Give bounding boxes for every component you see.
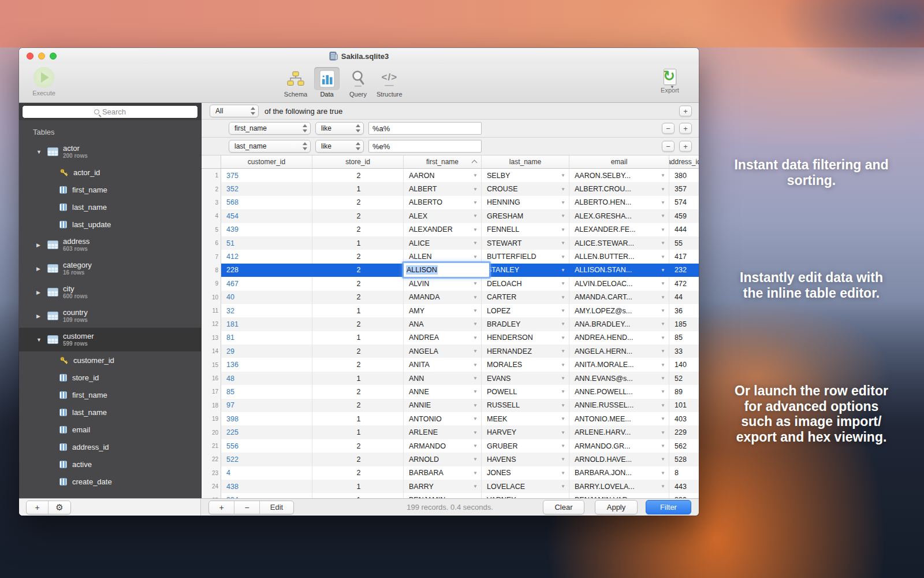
column-header-customer_id[interactable]: customer_id (221, 155, 312, 168)
cell-address_id[interactable]: 232 (669, 264, 699, 277)
cell-store_id[interactable]: 2 (312, 169, 404, 182)
cell-email[interactable]: ANN.EVANS@s...▼ (569, 372, 669, 385)
cell-customer_id[interactable]: 136 (221, 358, 312, 371)
dropdown-arrow-icon[interactable]: ▼ (471, 349, 478, 354)
table-row[interactable]: 11321AMY▼LOPEZ▼AMY.LOPEZ@s...▼36 (202, 304, 699, 317)
dropdown-arrow-icon[interactable]: ▼ (471, 389, 478, 394)
filter-value-input[interactable] (368, 140, 482, 153)
cell-address_id[interactable]: 33 (669, 344, 699, 358)
dropdown-arrow-icon[interactable]: ▼ (558, 484, 565, 489)
cell-address_id[interactable]: 55 (669, 236, 699, 250)
sidebar-column-last_name[interactable]: last_name (19, 403, 201, 421)
dropdown-arrow-icon[interactable]: ▼ (558, 376, 565, 381)
cell-store_id[interactable]: 2 (312, 385, 404, 398)
cell-first_name[interactable]: ALICE▼ (404, 236, 482, 250)
cell-customer_id[interactable]: 225 (221, 425, 312, 439)
cell-last_name[interactable]: RUSSELL▼ (482, 399, 569, 412)
sidebar-table-city[interactable]: ▶city600 rows (19, 280, 201, 304)
cell-email[interactable]: ALICE.STEWAR...▼ (569, 236, 669, 250)
table-row[interactable]: 35682ALBERTO▼HENNING▼ALBERTO.HEN...▼574 (202, 196, 699, 209)
dropdown-arrow-icon[interactable]: ▼ (558, 470, 565, 476)
cell-last_name[interactable]: MORALES▼ (482, 358, 569, 371)
cell-email[interactable]: ARLENE.HARV...▼ (569, 425, 669, 439)
dropdown-arrow-icon[interactable]: ▼ (658, 430, 665, 435)
dropdown-arrow-icon[interactable]: ▼ (471, 227, 478, 232)
dropdown-arrow-icon[interactable]: ▼ (471, 308, 478, 313)
cell-last_name[interactable]: HAVENS▼ (482, 453, 569, 466)
dropdown-arrow-icon[interactable]: ▼ (558, 308, 565, 313)
cell-customer_id[interactable]: 48 (221, 372, 312, 385)
dropdown-arrow-icon[interactable]: ▼ (558, 187, 565, 192)
cell-address_id[interactable]: 472 (669, 277, 699, 290)
cell-first_name[interactable]: ALVIN▼ (404, 277, 482, 290)
disclosure-triangle-icon[interactable]: ▶ (36, 242, 43, 248)
dropdown-arrow-icon[interactable]: ▼ (558, 403, 565, 408)
cell-last_name[interactable]: HENDERSON▼ (482, 331, 569, 344)
cell-email[interactable]: AARON.SELBY...▼ (569, 169, 669, 182)
dropdown-arrow-icon[interactable]: ▼ (471, 187, 478, 192)
column-header-first_name[interactable]: first_name (404, 155, 482, 168)
disclosure-triangle-icon[interactable]: ▶ (36, 290, 43, 295)
cell-store_id[interactable]: 2 (312, 466, 404, 480)
cell-store_id[interactable]: 2 (312, 453, 404, 466)
cell-address_id[interactable]: 229 (669, 425, 699, 439)
dropdown-arrow-icon[interactable]: ▼ (471, 173, 478, 178)
table-row[interactable]: 10402AMANDA▼CARTER▼AMANDA.CART...▼44 (202, 291, 699, 304)
cell-address_id[interactable]: 459 (669, 209, 699, 223)
dropdown-arrow-icon[interactable]: ▼ (471, 254, 478, 260)
export-button[interactable]: ↻ ▼ Export (655, 67, 685, 94)
cell-first_name[interactable]: AMY▼ (404, 304, 482, 317)
cell-customer_id[interactable]: 32 (221, 304, 312, 317)
table-row[interactable]: 16481ANN▼EVANS▼ANN.EVANS@s...▼52 (202, 372, 699, 385)
cell-store_id[interactable]: 2 (312, 209, 404, 223)
cell-email[interactable]: ANDREA.HEND...▼ (569, 331, 669, 344)
column-header-last_name[interactable]: last_name (482, 155, 569, 168)
cell-first_name[interactable]: ANNE▼ (404, 385, 482, 398)
table-row[interactable]: 54392ALEXANDER▼FENNELL▼ALEXANDER.FE...▼4… (202, 223, 699, 236)
cell-customer_id[interactable]: 51 (221, 236, 312, 250)
cell-store_id[interactable]: 1 (312, 182, 404, 195)
table-row[interactable]: 23521ALBERT▼CROUSE▼ALBERT.CROU...▼357 (202, 182, 699, 195)
filter-value-input[interactable] (368, 122, 482, 135)
cell-email[interactable]: ARMANDO.GR...▼ (569, 439, 669, 453)
search-input[interactable]: Search (22, 105, 198, 118)
cell-store_id[interactable]: 2 (312, 277, 404, 290)
dropdown-arrow-icon[interactable]: ▼ (558, 213, 565, 218)
cell-address_id[interactable]: 36 (669, 304, 699, 317)
dropdown-arrow-icon[interactable]: ▼ (658, 376, 665, 381)
column-header-email[interactable]: email (569, 155, 669, 168)
dropdown-arrow-icon[interactable]: ▼ (658, 403, 665, 408)
dropdown-arrow-icon[interactable]: ▼ (471, 484, 478, 489)
cell-email[interactable]: ANITA.MORALE...▼ (569, 358, 669, 371)
edit-row-button[interactable]: Edit (260, 501, 293, 514)
cell-store_id[interactable]: 2 (312, 223, 404, 236)
cell-customer_id[interactable]: 467 (221, 277, 312, 290)
dropdown-arrow-icon[interactable]: ▼ (471, 200, 478, 205)
cell-first_name[interactable]: ANITA▼ (404, 358, 482, 371)
cell-customer_id[interactable]: 556 (221, 439, 312, 453)
cell-last_name[interactable]: MEEK▼ (482, 412, 569, 425)
cell-last_name[interactable]: EVANS▼ (482, 372, 569, 385)
cell-first_name[interactable]: ANDREA▼ (404, 331, 482, 344)
dropdown-arrow-icon[interactable]: ▼ (471, 470, 478, 476)
column-header-address_id[interactable]: address_id (669, 155, 699, 168)
cell-customer_id[interactable]: 40 (221, 291, 312, 304)
table-row[interactable]: 2342BARBARA▼JONES▼BARBARA.JON...▼8 (202, 466, 699, 480)
cell-store_id[interactable]: 1 (312, 412, 404, 425)
dropdown-arrow-icon[interactable]: ▼ (471, 362, 478, 368)
sidebar-column-active[interactable]: active (19, 455, 201, 473)
cell-last_name[interactable]: CROUSE▼ (482, 182, 569, 195)
cell-address_id[interactable]: 101 (669, 399, 699, 412)
cell-last_name[interactable]: JONES▼ (482, 466, 569, 480)
dropdown-arrow-icon[interactable]: ▼ (658, 173, 665, 178)
disclosure-triangle-icon[interactable]: ▼ (36, 149, 43, 155)
dropdown-arrow-icon[interactable]: ▼ (658, 295, 665, 300)
cell-store_id[interactable]: 2 (312, 250, 404, 263)
cell-store_id[interactable]: 1 (312, 304, 404, 317)
cell-customer_id[interactable]: 439 (221, 223, 312, 236)
dropdown-arrow-icon[interactable]: ▼ (558, 457, 565, 462)
cell-customer_id[interactable]: 398 (221, 412, 312, 425)
execute-button[interactable]: Execute (27, 67, 61, 97)
dropdown-arrow-icon[interactable]: ▼ (658, 416, 665, 421)
cell-address_id[interactable]: 380 (669, 169, 699, 182)
